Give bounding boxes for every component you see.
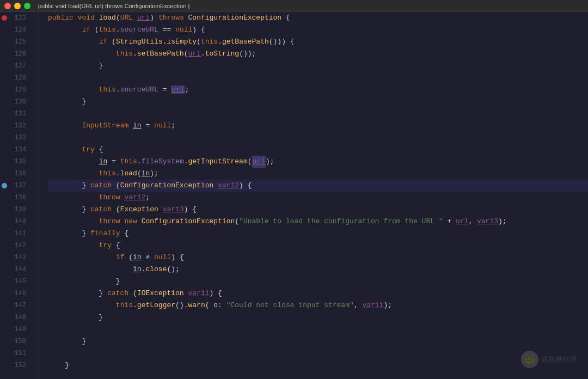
line-num-148: 148 [9,314,30,321]
breadcrumb-text: public void load(URL url) throws Configu… [38,3,190,9]
gutter-row-132: 132 [0,120,39,132]
code-line-129: this.sourceURL = url; [48,84,588,96]
code-editor: public void load(URL url) throws Configu… [0,0,588,379]
string-unable: "Unable to load the configuration from t… [239,216,443,228]
kw-try-142: try [99,240,112,252]
gutter-row-145: 145 [0,276,39,288]
gutter-row-123: 123 [0,12,39,24]
gutter-row-141: 141 [0,228,39,240]
code-line-149 [48,323,588,335]
kw-this-125: this [201,36,218,48]
method-close: close [145,264,167,276]
kw-new-140: new [124,216,137,228]
breakpoint-123[interactable] [2,15,7,21]
var-in-132: in [133,120,142,132]
var-in-143: in [133,252,142,264]
line-num-129: 129 [9,86,30,94]
code-content[interactable]: public void load(URL url) throws Configu… [39,12,588,379]
code-line-151 [48,347,588,359]
type-url: URL [120,12,133,24]
kw-this-126: this [116,48,133,60]
gutter-row-136: 136 [0,168,39,180]
code-line-150: } [48,335,588,347]
kw-null-124: null [175,24,192,36]
kw-finally: finally [90,228,120,240]
gutter-row-140: 140 [0,216,39,228]
line-num-143: 143 [9,254,30,261]
line-num-127: 127 [9,62,30,70]
line-num-128: 128 [9,74,30,82]
line-num-130: 130 [9,98,30,106]
traffic-light-green[interactable] [24,3,30,9]
line-num-138: 138 [9,194,30,201]
string-couldnotclose: "Could not close input stream" [226,299,354,311]
code-line-139: } catch (Exception var13) { [48,204,588,216]
kw-null-132: null [154,120,171,132]
code-line-123: public void load(URL url) throws Configu… [48,12,588,24]
classname-ioex: IOException [137,288,184,299]
gutter-row-125: 125 [0,36,39,48]
kw-void: void [78,12,95,24]
line-num-139: 139 [9,206,30,213]
top-bar: public void load(URL url) throws Configu… [0,0,588,12]
gutter-row-150: 150 [0,335,39,347]
method-getbasepath: getBasePath [222,36,269,48]
type-inputstream: InputStream [82,120,128,132]
kw-this-147: this [116,299,133,311]
code-line-130: } [48,96,588,108]
code-line-142: try { [48,240,588,252]
line-num-140: 140 [9,218,30,225]
code-line-131 [48,108,588,120]
kw-this-136: this [99,168,116,180]
line-num-149: 149 [9,326,30,333]
method-tostring-126: toString [205,48,239,60]
line-num-137: 137 [9,182,30,190]
line-num-144: 144 [9,266,30,273]
code-line-127: } [48,60,588,72]
line-num-135: 135 [9,158,30,166]
gutter-row-126: 126 [0,48,39,60]
code-line-136: this.load(in); [48,168,588,180]
gutter-row-151: 151 [0,347,39,359]
field-filesystem: fileSystem [142,156,184,168]
code-line-148: } [48,311,588,323]
kw-public: public [48,12,74,24]
line-num-123: 123 [9,14,30,22]
gutter-row-149: 149 [0,323,39,335]
line-num-141: 141 [9,230,30,237]
code-line-147: this.getLogger().warn( o: "Could not clo… [48,299,588,311]
traffic-light-yellow[interactable] [14,3,21,9]
param-url-126: url [188,48,201,60]
method-getlogger: getLogger [137,299,175,311]
gutter-row-138: 138 [0,192,39,204]
gutter-row-133: 133 [0,132,39,144]
param-url: url [137,12,150,24]
breadcrumb: public void load(URL url) throws Configu… [38,3,190,9]
param-url-135: url [252,156,266,168]
method-load: load [99,12,116,24]
code-line-138: throw var12; [48,192,588,204]
gutter-row-127: 127 [0,60,39,72]
traffic-light-red[interactable] [4,3,11,9]
var-in-136: in [142,168,150,180]
param-var12: var12 [218,180,239,192]
classname-confex-137: ConfigurationException [120,180,214,192]
line-gutter: 123 124 125 126 [0,12,39,379]
kw-throws: throws [158,12,184,24]
kw-catch-137: catch [90,180,112,192]
classname-confex: ConfigurationException [188,12,282,24]
code-line-133 [48,132,588,144]
param-var11-147: var11 [362,299,383,311]
breakpoint-137[interactable] [2,183,7,188]
watermark-icon: 🐸 [521,351,538,368]
line-num-145: 145 [9,278,30,285]
gutter-row-147: 147 [0,299,39,311]
gutter-row-139: 139 [0,204,39,216]
gutter-row-143: 143 [0,252,39,264]
gutter-row-148: 148 [0,311,39,323]
line-num-134: 134 [9,146,30,154]
param-url-140: url [456,216,468,228]
gutter-row-124: 124 [0,24,39,36]
gutter-row-134: 134 [0,144,39,156]
kw-null-143: null [154,252,171,264]
